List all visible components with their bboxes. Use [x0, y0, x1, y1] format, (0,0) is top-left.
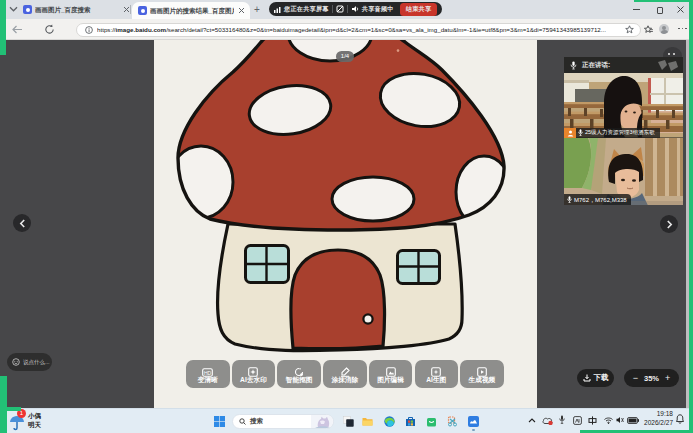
svg-text:HD: HD — [204, 370, 212, 376]
